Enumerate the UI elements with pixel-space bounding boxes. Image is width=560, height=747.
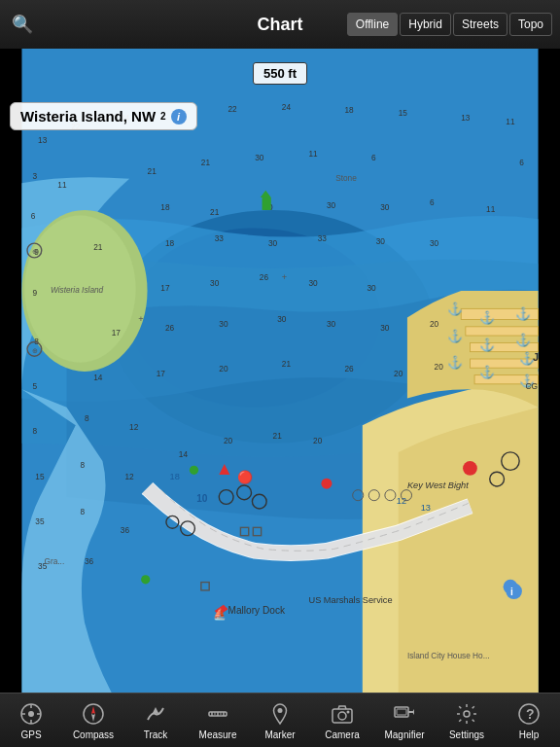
- settings-label: Settings: [449, 729, 484, 740]
- svg-text:30: 30: [380, 202, 390, 212]
- toolbar-item-track[interactable]: Track: [124, 700, 187, 740]
- toolbar-item-settings[interactable]: Settings: [436, 700, 498, 740]
- svg-text:30: 30: [327, 200, 336, 210]
- page-title: Chart: [257, 15, 302, 35]
- toolbar-item-measure[interactable]: Measure: [187, 700, 249, 740]
- svg-point-105: [141, 575, 150, 584]
- svg-text:⚓: ⚓: [447, 302, 464, 317]
- search-button[interactable]: 🔍: [12, 14, 33, 35]
- svg-text:21: 21: [93, 242, 103, 252]
- svg-text:26: 26: [165, 323, 175, 333]
- svg-point-133: [506, 584, 522, 600]
- svg-text:20: 20: [394, 369, 403, 378]
- toolbar-item-gps[interactable]: GPS: [0, 700, 62, 740]
- toolbar: GPS Compass Track: [0, 693, 560, 747]
- svg-text:30: 30: [430, 238, 439, 248]
- scale-bar: 550 ft: [253, 62, 307, 85]
- svg-text:36: 36: [85, 556, 94, 566]
- svg-text:20: 20: [313, 436, 323, 445]
- svg-text:+: +: [138, 314, 143, 324]
- track-icon: [142, 700, 169, 728]
- measure-label: Measure: [199, 729, 237, 740]
- svg-text:26: 26: [344, 364, 354, 374]
- location-label: Wisteria Island, NW 2 i: [10, 102, 197, 130]
- svg-text:20: 20: [435, 362, 444, 372]
- toolbar-item-marker[interactable]: Marker: [249, 700, 311, 740]
- svg-text:8: 8: [80, 507, 85, 516]
- svg-text:36: 36: [121, 525, 130, 535]
- map-type-topo[interactable]: Topo: [509, 13, 552, 36]
- svg-text:30: 30: [309, 278, 319, 288]
- svg-point-108: [463, 461, 477, 476]
- svg-text:24: 24: [282, 102, 292, 112]
- svg-text:11: 11: [57, 180, 67, 190]
- toolbar-item-compass[interactable]: Compass: [62, 700, 124, 740]
- svg-text:12: 12: [124, 472, 134, 481]
- map-svg[interactable]: Wisteria Island 13 22 24 16 22 24 18 15 …: [0, 49, 560, 693]
- svg-text:6: 6: [31, 211, 36, 221]
- location-name: Wisteria Island, NW: [20, 108, 156, 124]
- svg-text:18: 18: [165, 238, 175, 248]
- svg-text:⚓: ⚓: [515, 306, 532, 322]
- svg-text:20: 20: [219, 364, 228, 374]
- svg-text:15: 15: [35, 472, 45, 481]
- svg-text:21: 21: [273, 431, 283, 441]
- gps-label: GPS: [20, 729, 41, 740]
- toolbar-item-camera[interactable]: Camera: [311, 700, 373, 740]
- measure-icon: [204, 700, 231, 728]
- map-type-hybrid[interactable]: Hybrid: [400, 13, 451, 36]
- svg-text:CG: CG: [526, 381, 538, 391]
- svg-text:33: 33: [215, 233, 225, 243]
- svg-text:+: +: [282, 272, 287, 282]
- svg-point-107: [321, 479, 332, 489]
- map-type-offline[interactable]: Offline: [347, 13, 398, 36]
- svg-text:30: 30: [210, 278, 220, 288]
- svg-text:13: 13: [461, 113, 471, 123]
- svg-rect-102: [262, 197, 271, 210]
- svg-text:Mallory Dock: Mallory Dock: [228, 605, 286, 616]
- svg-point-154: [338, 712, 346, 720]
- svg-text:35: 35: [35, 516, 45, 526]
- svg-marker-159: [412, 709, 414, 715]
- svg-text:11: 11: [506, 117, 515, 126]
- svg-text:30: 30: [219, 319, 228, 329]
- svg-text:Stone: Stone: [335, 173, 357, 183]
- magnifier-icon: [391, 700, 418, 728]
- header: 🔍 Chart Offline Hybrid Streets Topo: [0, 0, 560, 49]
- svg-text:Island City House Ho...: Island City House Ho...: [407, 651, 490, 660]
- svg-point-160: [464, 711, 470, 717]
- svg-text:18: 18: [160, 202, 170, 212]
- settings-icon: [453, 700, 480, 728]
- svg-text:20: 20: [430, 319, 439, 329]
- svg-text:30: 30: [255, 153, 264, 162]
- svg-text:12: 12: [129, 422, 139, 432]
- map-container[interactable]: 550 ft Wisteria Island, NW 2 i Wisteria …: [0, 49, 560, 693]
- svg-text:30: 30: [277, 314, 287, 324]
- map-type-streets[interactable]: Streets: [453, 13, 508, 36]
- svg-point-137: [28, 711, 34, 717]
- toolbar-item-help[interactable]: ? Help: [498, 700, 560, 740]
- svg-text:17: 17: [160, 283, 170, 293]
- track-label: Track: [144, 729, 168, 740]
- svg-text:6: 6: [519, 158, 524, 167]
- svg-text:8: 8: [80, 460, 85, 470]
- marker-label: Marker: [264, 729, 295, 740]
- info-icon[interactable]: i: [171, 109, 187, 124]
- svg-text:⚓: ⚓: [479, 310, 496, 326]
- svg-marker-144: [91, 714, 95, 722]
- svg-point-152: [278, 708, 283, 713]
- svg-text:30: 30: [268, 238, 278, 248]
- svg-text:17: 17: [157, 369, 166, 378]
- svg-text:30: 30: [376, 236, 386, 246]
- svg-text:6: 6: [430, 197, 435, 207]
- svg-text:11: 11: [309, 149, 319, 159]
- svg-marker-143: [91, 706, 95, 714]
- location-superscript: 2: [160, 111, 166, 122]
- svg-point-155: [347, 711, 350, 714]
- compass-icon: [80, 700, 107, 728]
- toolbar-item-magnifier[interactable]: Magnifier: [373, 700, 436, 740]
- scale-label: 550 ft: [263, 66, 297, 81]
- svg-text:8: 8: [85, 413, 89, 423]
- svg-text:21: 21: [210, 207, 220, 217]
- svg-text:⊕: ⊕: [32, 346, 38, 355]
